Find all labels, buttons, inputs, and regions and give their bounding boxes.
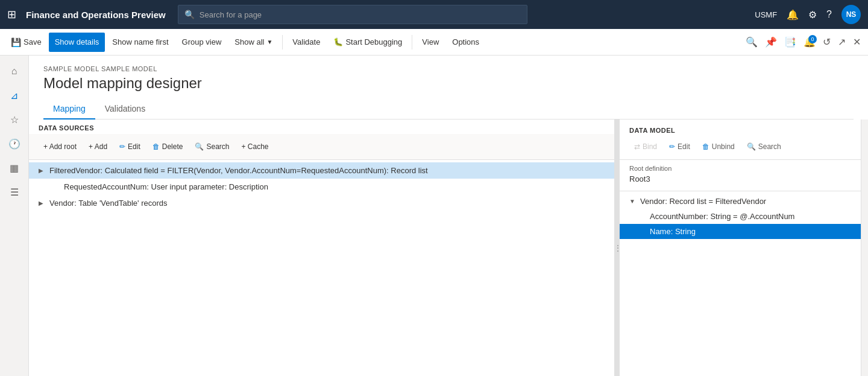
- validate-button[interactable]: Validate: [286, 33, 326, 52]
- notification-icon[interactable]: 🔔: [787, 9, 799, 21]
- options-button[interactable]: Options: [446, 33, 485, 52]
- dm-edit-button[interactable]: ✏ Edit: [664, 139, 695, 155]
- split-area: DATA SOURCES + Add root + Add ✏ Edit 🗑 D…: [29, 119, 868, 376]
- tree-item-label: Vendor: Table 'VendTable' records: [49, 199, 168, 208]
- dm-tree-item[interactable]: Name: String: [620, 224, 861, 239]
- tree-item-label: FilteredVendor: Calculated field = FILTE…: [49, 166, 428, 175]
- edit-button[interactable]: ✏ Edit: [115, 139, 145, 155]
- dm-tree-item[interactable]: ▼ Vendor: Record list = FilteredVendor: [620, 194, 861, 209]
- sidebar-recent-icon[interactable]: 🕐: [4, 133, 25, 155]
- top-nav: ⊞ Finance and Operations Preview 🔍 USMF …: [0, 0, 868, 29]
- view-button[interactable]: View: [416, 33, 445, 52]
- user-company: USMF: [755, 10, 777, 19]
- show-all-button[interactable]: Show all ▼: [228, 33, 278, 52]
- search-icon[interactable]: 🔍: [743, 34, 760, 50]
- data-model-tree: ▼ Vendor: Record list = FilteredVendor A…: [620, 191, 861, 376]
- page-content: SAMPLE MODEL SAMPLE MODEL Model mapping …: [29, 56, 868, 376]
- bookmark-icon[interactable]: 📑: [782, 34, 799, 50]
- data-model-toolbar: ⇄ Bind ✏ Edit 🗑 Unbind 🔍: [629, 139, 851, 155]
- collapse-icon[interactable]: ▼: [629, 198, 637, 205]
- tree-item[interactable]: ▶ FilteredVendor: Calculated field = FIL…: [29, 162, 614, 179]
- sidebar-workspaces-icon[interactable]: ▦: [4, 157, 25, 179]
- expand-icon[interactable]: ▶: [39, 200, 46, 206]
- main-layout: ⌂ ⊿ ☆ 🕐 ▦ ☰ SAMPLE MODEL SAMPLE MODEL Mo…: [0, 56, 868, 376]
- sidebar-filter-icon[interactable]: ⊿: [4, 84, 25, 106]
- tree-item[interactable]: RequestedAccountNum: User input paramete…: [29, 179, 614, 195]
- data-model-header: DATA MODEL ⇄ Bind ✏ Edit 🗑 Unbind: [620, 119, 861, 160]
- right-scrollbar: [861, 119, 868, 376]
- debug-icon: 🐛: [333, 37, 343, 46]
- start-debugging-button[interactable]: 🐛 Start Debugging: [327, 33, 408, 52]
- grid-menu-icon[interactable]: ⊞: [7, 8, 16, 21]
- notification-badge: 0: [808, 35, 817, 43]
- settings-icon[interactable]: ⚙: [808, 9, 817, 21]
- notification-bell-icon[interactable]: 🔔 0: [801, 34, 818, 50]
- page-title: Model mapping designer: [43, 75, 854, 92]
- data-sources-title: DATA SOURCES: [29, 119, 614, 134]
- dm-tree-item[interactable]: AccountNumber: String = @.AccountNum: [620, 209, 861, 224]
- expand-icon[interactable]: ▶: [39, 167, 46, 174]
- search-icon: 🔍: [184, 10, 195, 19]
- help-icon[interactable]: ?: [826, 9, 832, 20]
- refresh-icon[interactable]: ↺: [820, 34, 833, 50]
- root-definition-section: Root definition Root3: [620, 160, 861, 191]
- app-title: Finance and Operations Preview: [26, 10, 166, 20]
- delete-icon: 🗑: [153, 142, 160, 151]
- nav-right: USMF 🔔 ⚙ ? NS: [755, 5, 861, 24]
- group-view-button[interactable]: Group view: [176, 33, 228, 52]
- delete-button[interactable]: 🗑 Delete: [148, 139, 188, 155]
- add-button[interactable]: + Add: [84, 139, 112, 155]
- search-icon: 🔍: [747, 142, 756, 151]
- toolbar-separator-1: [282, 35, 283, 49]
- edit-icon: ✏: [119, 142, 125, 151]
- global-search-input[interactable]: [200, 10, 521, 19]
- save-button[interactable]: 💾 Save: [5, 33, 48, 52]
- dm-tree-item-label: Name: String: [650, 227, 696, 236]
- dropdown-arrow-icon: ▼: [266, 39, 272, 45]
- toolbar-separator-2: [412, 35, 412, 49]
- close-icon[interactable]: ✕: [851, 34, 863, 50]
- unbind-button[interactable]: 🗑 Unbind: [697, 139, 740, 155]
- tab-mapping[interactable]: Mapping: [43, 99, 95, 119]
- dm-tree-item-label: AccountNumber: String = @.AccountNum: [650, 212, 794, 221]
- data-sources-tree: ▶ FilteredVendor: Calculated field = FIL…: [29, 160, 614, 376]
- tabs: Mapping Validations: [43, 99, 854, 119]
- breadcrumb: SAMPLE MODEL SAMPLE MODEL: [43, 65, 854, 72]
- show-details-button[interactable]: Show details: [49, 33, 105, 52]
- root-definition-label: Root definition: [629, 165, 851, 172]
- global-search-box[interactable]: 🔍: [178, 5, 527, 24]
- bind-icon: ⇄: [634, 142, 640, 151]
- page-header: SAMPLE MODEL SAMPLE MODEL Model mapping …: [29, 56, 868, 119]
- root-definition-value: Root3: [629, 174, 851, 183]
- tree-item[interactable]: ▶ Vendor: Table 'VendTable' records: [29, 195, 614, 211]
- show-name-first-button[interactable]: Show name first: [106, 33, 174, 52]
- left-sidebar: ⌂ ⊿ ☆ 🕐 ▦ ☰: [0, 56, 29, 376]
- unbind-icon: 🗑: [702, 142, 709, 151]
- dm-search-button[interactable]: 🔍 Search: [742, 139, 786, 155]
- sidebar-home-icon[interactable]: ⌂: [4, 60, 25, 82]
- data-model-panel: DATA MODEL ⇄ Bind ✏ Edit 🗑 Unbind: [620, 119, 861, 376]
- dm-tree-item-label: Vendor: Record list = FilteredVendor: [640, 197, 766, 206]
- sidebar-favorites-icon[interactable]: ☆: [4, 109, 25, 130]
- tree-item-label: RequestedAccountNum: User input paramete…: [64, 182, 268, 191]
- toolbar-right: 🔍 📌 📑 🔔 0 ↺ ↗ ✕: [743, 34, 863, 50]
- cache-button[interactable]: + Cache: [236, 139, 273, 155]
- open-external-icon[interactable]: ↗: [835, 34, 848, 50]
- pin-icon[interactable]: 📌: [763, 34, 779, 50]
- bind-button[interactable]: ⇄ Bind: [629, 139, 662, 155]
- search-icon: 🔍: [195, 142, 204, 151]
- data-model-title: DATA MODEL: [629, 127, 851, 134]
- add-root-button[interactable]: + Add root: [39, 139, 81, 155]
- edit-icon: ✏: [669, 142, 675, 151]
- main-toolbar: 💾 Save Show details Show name first Grou…: [0, 29, 868, 56]
- search-button[interactable]: 🔍 Search: [190, 139, 234, 155]
- user-avatar[interactable]: NS: [841, 5, 861, 24]
- data-sources-toolbar: + Add root + Add ✏ Edit 🗑 Delete 🔍: [29, 134, 614, 160]
- data-sources-panel: DATA SOURCES + Add root + Add ✏ Edit 🗑 D…: [29, 119, 616, 376]
- save-icon: 💾: [11, 37, 21, 47]
- sidebar-modules-icon[interactable]: ☰: [4, 181, 25, 203]
- tab-validations[interactable]: Validations: [95, 99, 155, 119]
